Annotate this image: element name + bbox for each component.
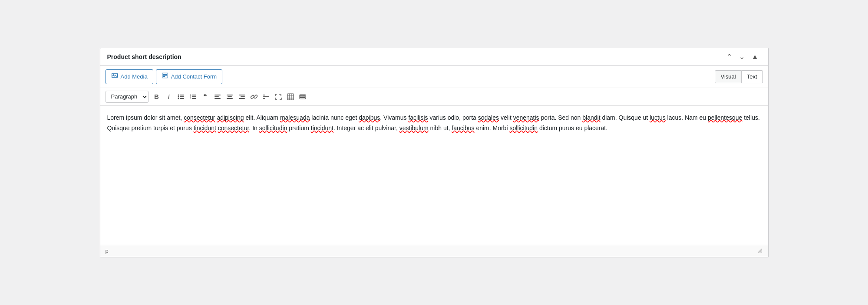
horizontal-rule-button[interactable] [261,91,272,102]
svg-rect-19 [215,96,219,97]
align-right-button[interactable] [236,91,248,102]
svg-rect-31 [287,94,294,100]
italic-button[interactable]: I [163,91,175,102]
svg-rect-18 [215,95,221,95]
svg-rect-28 [263,96,269,97]
svg-rect-25 [241,96,245,97]
metabox-header: Product short description ⌃ ⌄ ▲ [100,48,768,66]
visual-tab[interactable]: Visual [715,70,741,83]
add-contact-form-label: Add Contact Form [171,73,217,81]
misspelled-word: venenatis [513,114,539,121]
misspelled-word: sodales [478,114,499,121]
align-center-button[interactable] [224,91,235,102]
svg-rect-40 [304,95,305,96]
misspelled-word: adipiscing [217,114,244,121]
svg-point-6 [178,94,179,95]
text-tab[interactable]: Text [742,70,763,83]
svg-rect-9 [180,96,184,97]
insert-table-button[interactable] [285,91,296,102]
misspelled-word: dapibus [359,114,380,121]
misspelled-word: malesuada [280,114,310,121]
misspelled-word: luctus [650,114,666,121]
svg-point-10 [178,98,179,99]
svg-rect-15 [192,96,196,97]
svg-rect-20 [215,98,221,99]
svg-rect-39 [303,95,304,96]
collapse-button[interactable]: ▲ [749,52,761,61]
misspelled-word: tincidunt [311,125,333,131]
product-short-description-metabox: Product short description ⌃ ⌄ ▲ Add Medi… [100,48,769,257]
svg-rect-11 [180,98,184,99]
svg-text:3.: 3. [190,97,191,99]
svg-rect-38 [301,95,302,96]
svg-rect-37 [300,95,301,96]
svg-rect-26 [239,98,245,99]
add-contact-form-icon [162,72,168,82]
add-contact-form-button[interactable]: Add Contact Form [156,69,223,84]
link-button[interactable] [248,91,260,102]
svg-point-8 [178,96,179,97]
move-down-button[interactable]: ⌄ [736,52,747,61]
move-up-button[interactable]: ⌃ [724,52,735,61]
svg-rect-30 [263,98,265,99]
keyboard-shortcuts-button[interactable] [297,91,308,102]
add-media-label: Add Media [121,73,148,81]
editor-footer: p [100,245,768,257]
svg-rect-7 [180,95,184,95]
svg-rect-21 [227,95,233,95]
toolbar-left: Add Media Add Contact Form [106,69,223,84]
svg-rect-29 [263,95,265,95]
ordered-list-button[interactable]: 1. 2. 3. [188,91,199,102]
editor-path: p [106,248,109,254]
blockquote-button[interactable]: ❝ [200,91,211,102]
svg-rect-24 [239,95,245,95]
misspelled-word: tincidunt [194,125,216,131]
svg-rect-17 [192,98,196,99]
unordered-list-button[interactable] [175,91,187,102]
misspelled-word: vestibulum [399,125,429,131]
editor-text-content[interactable]: Lorem ipsum dolor sit amet, consectetur … [107,113,761,134]
editor-top-toolbar: Add Media Add Contact Form Visual Text [100,66,768,88]
misspelled-word: faucibus [452,125,474,131]
bold-button[interactable]: B [151,91,162,102]
svg-rect-41 [300,97,301,98]
view-toggle: Visual Text [715,70,762,83]
misspelled-word: facilisis [408,114,428,121]
editor-content-area[interactable]: Lorem ipsum dolor sit amet, consectetur … [100,106,768,245]
misspelled-word: consectetur [218,125,249,131]
metabox-controls: ⌃ ⌄ ▲ [724,52,761,61]
svg-rect-43 [304,97,305,98]
paragraph-format-select[interactable]: Paragraph Heading 1 Heading 2 Heading 3 [106,91,149,103]
add-media-button[interactable]: Add Media [106,69,153,84]
format-toolbar: Paragraph Heading 1 Heading 2 Heading 3 … [100,88,768,106]
svg-rect-22 [228,96,232,97]
svg-rect-23 [227,98,233,99]
metabox-title: Product short description [107,53,182,60]
misspelled-word: sollicitudin [259,125,287,131]
svg-rect-42 [301,97,304,98]
misspelled-word: pellentesque [708,114,742,121]
misspelled-word: sollicitudin [509,125,538,131]
resize-handle[interactable] [757,248,763,254]
svg-rect-13 [192,95,196,95]
fullscreen-button[interactable] [273,91,284,102]
align-left-button[interactable] [212,91,223,102]
add-media-icon [111,72,118,82]
misspelled-word: blandit [582,114,600,121]
misspelled-word: consectetur [184,114,215,121]
